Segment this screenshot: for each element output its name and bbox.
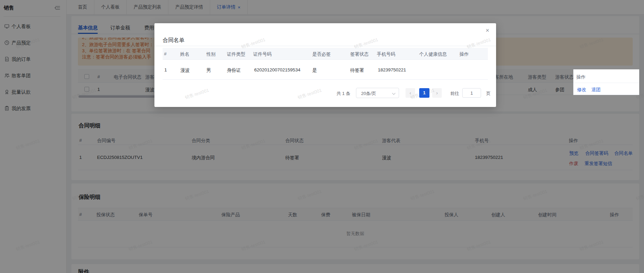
modal-col-id-number: 证件号码 [253, 51, 272, 57]
pagination-next-button[interactable]: › [432, 88, 442, 98]
pagination-prev-button[interactable]: ‹ [406, 88, 415, 98]
modal-cell-id-type: 身份证 [227, 67, 241, 73]
guest-edit-link[interactable]: 修改 [577, 87, 586, 93]
modal-cell-phone: 18239750221 [378, 67, 406, 72]
pagination-page-1[interactable]: 1 [419, 88, 429, 98]
chevron-down-icon [392, 92, 396, 95]
modal-col-sign-status: 签署状态 [350, 51, 369, 57]
page-size-value: 20条/页 [361, 91, 376, 97]
modal-col-name: 姓名 [180, 51, 189, 57]
modal-row-border [163, 79, 488, 80]
modal-col-id-type: 证件类型 [227, 51, 245, 57]
pagination-total: 共 1 条 [337, 91, 350, 97]
guest-col-actions: 操作 [576, 74, 586, 80]
modal-cell-sign-status: 待签署 [350, 67, 364, 73]
app-root: 销售 个人看板 产品预定 我的订单 散客单团 [0, 0, 644, 273]
modal-col-required: 是否必签 [312, 51, 331, 57]
modal-cell-required: 是 [312, 67, 317, 73]
modal-close-icon[interactable]: × [485, 27, 489, 33]
modal-col-actions: 操作 [460, 51, 469, 57]
fixed-column-header-border [574, 83, 639, 83]
guest-actions-fixed-column: 操作 修改 退团 [573, 69, 639, 95]
modal-col-gender: 性别 [206, 51, 216, 57]
contract-roster-modal: 合同名单 × # 姓名 性别 证件类型 证件号码 是否必签 签署状态 手机号码 … [154, 23, 496, 107]
guest-quit-group-link[interactable]: 退团 [591, 87, 601, 93]
modal-cell-index: 1 [164, 67, 167, 72]
modal-col-index: # [164, 51, 167, 56]
modal-title: 合同名单 [163, 37, 184, 44]
modal-header-divider [154, 46, 496, 46]
modal-cell-name: 漫波 [180, 67, 190, 73]
pagination-jump-label: 前往 [450, 91, 459, 97]
pagination-jump-input[interactable] [462, 88, 481, 98]
modal-col-health-info: 个人健康信息 [419, 51, 447, 57]
modal-cell-gender: 男 [206, 67, 211, 73]
pagination-jump-unit: 页 [486, 91, 491, 97]
modal-cell-id-number: 620201200702159534 [254, 67, 300, 72]
pagination-page-size-select[interactable]: 20条/页 [356, 88, 399, 98]
modal-col-phone: 手机号码 [377, 51, 395, 57]
